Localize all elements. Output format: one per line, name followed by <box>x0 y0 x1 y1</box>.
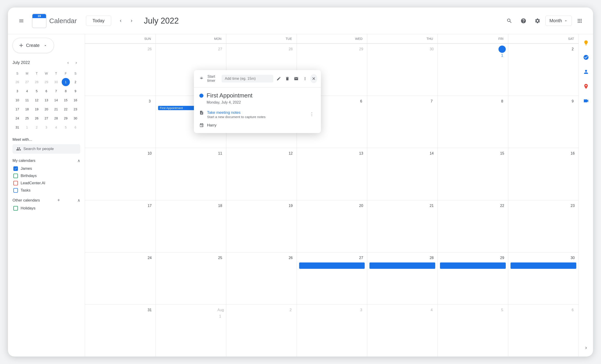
mini-cal-day[interactable]: 21 <box>51 105 61 114</box>
mini-cal-day[interactable]: 28 <box>51 114 61 123</box>
calendar-cell[interactable]: 21 <box>367 200 438 252</box>
calendar-checkbox[interactable] <box>13 181 18 185</box>
other-calendars-collapse[interactable]: ∧ <box>77 198 80 203</box>
calendar-cell[interactable]: 2 <box>226 305 297 356</box>
mini-cal-day[interactable]: 30 <box>70 114 80 123</box>
calendar-checkbox[interactable] <box>13 188 18 193</box>
mini-cal-day[interactable]: 9 <box>70 87 80 96</box>
event-bar[interactable] <box>511 263 576 269</box>
mini-cal-day[interactable]: 11 <box>22 96 32 105</box>
calendar-cell[interactable]: 16 <box>508 148 579 200</box>
mini-next-button[interactable]: › <box>72 59 80 67</box>
today-button[interactable]: Today <box>86 16 111 26</box>
mini-cal-day[interactable]: 29 <box>61 114 71 123</box>
mini-cal-day[interactable]: 10 <box>12 96 22 105</box>
event-bar[interactable] <box>370 263 435 269</box>
mini-cal-day[interactable]: 27 <box>22 78 32 87</box>
mini-cal-day[interactable]: 4 <box>51 123 61 132</box>
mini-cal-day[interactable]: 14 <box>51 96 61 105</box>
calendar-cell[interactable]: 25 <box>156 252 226 305</box>
calendar-cell[interactable]: 10 <box>85 148 156 200</box>
mini-cal-day[interactable]: 3 <box>41 123 51 132</box>
mini-cal-day[interactable]: 12 <box>32 96 41 105</box>
email-event-button[interactable] <box>293 74 300 83</box>
calendar-cell[interactable]: 29 <box>438 252 508 305</box>
my-calendar-item[interactable]: Tasks <box>12 187 80 194</box>
mini-cal-day[interactable]: 7 <box>51 87 61 96</box>
calendar-cell[interactable]: 28 <box>367 252 438 305</box>
my-calendar-item[interactable]: LeadCenter.AI <box>12 179 80 187</box>
calendar-cell[interactable]: 26 <box>226 252 297 305</box>
mini-cal-day[interactable]: 20 <box>41 105 51 114</box>
calendar-cell[interactable]: 4 <box>367 305 438 356</box>
calendar-cell[interactable]: 11 <box>156 148 226 200</box>
right-keep-notes-button[interactable] <box>581 38 591 48</box>
mini-cal-day[interactable]: 3 <box>12 87 22 96</box>
my-calendars-collapse[interactable]: ∧ <box>77 158 80 163</box>
calendar-cell[interactable]: 30 <box>367 43 438 96</box>
calendar-cell[interactable]: 24 <box>85 252 156 305</box>
calendar-cell[interactable]: 12 <box>226 148 297 200</box>
mini-cal-day[interactable]: 5 <box>61 123 71 132</box>
calendar-cell[interactable]: Jul 1 <box>438 43 508 96</box>
mini-cal-day[interactable]: 1 <box>61 78 71 87</box>
my-calendar-item[interactable]: James <box>12 165 80 172</box>
calendar-cell[interactable]: 2 <box>508 43 579 96</box>
calendar-cell[interactable]: Aug 1 <box>156 305 226 356</box>
calendar-cell[interactable]: 19 <box>226 200 297 252</box>
calendar-cell[interactable]: 31 <box>85 305 156 356</box>
calendar-cell[interactable]: 7 <box>367 96 438 148</box>
note-more-button[interactable]: ⋮ <box>308 110 315 118</box>
mini-cal-day[interactable]: 22 <box>61 105 71 114</box>
mini-cal-day[interactable]: 23 <box>70 105 80 114</box>
edit-event-button[interactable] <box>275 74 282 83</box>
my-calendar-item[interactable]: Birthdays <box>12 172 80 179</box>
calendar-cell[interactable]: 27 <box>297 252 367 305</box>
mini-cal-day[interactable]: 5 <box>32 87 41 96</box>
mini-cal-day[interactable]: 24 <box>12 114 22 123</box>
help-button[interactable] <box>517 15 530 27</box>
prev-month-button[interactable] <box>116 16 126 26</box>
google-apps-button[interactable] <box>573 15 586 27</box>
mini-cal-day[interactable]: 26 <box>12 78 22 87</box>
calendar-cell[interactable]: 3 <box>297 305 367 356</box>
event-bar[interactable] <box>299 263 365 269</box>
settings-button[interactable] <box>531 15 544 27</box>
hamburger-menu-button[interactable] <box>15 15 28 27</box>
people-search[interactable]: Search for people <box>12 144 80 154</box>
calendar-cell[interactable]: 9 <box>508 96 579 148</box>
calendar-cell[interactable]: 30 <box>508 252 579 305</box>
mini-cal-day[interactable]: 4 <box>22 87 32 96</box>
calendar-cell[interactable]: 22 <box>438 200 508 252</box>
add-time-input[interactable] <box>221 75 273 82</box>
close-popup-button[interactable]: ✕ <box>310 74 317 83</box>
mini-cal-day[interactable]: 18 <box>22 105 32 114</box>
calendar-checkbox[interactable] <box>13 174 18 178</box>
search-button[interactable] <box>503 15 515 27</box>
calendar-cell[interactable]: 23 <box>508 200 579 252</box>
mini-cal-day[interactable]: 27 <box>41 114 51 123</box>
calendar-cell[interactable]: 17 <box>85 200 156 252</box>
next-month-button[interactable] <box>127 16 137 26</box>
create-button[interactable]: + Create <box>12 38 54 53</box>
right-tasks-button[interactable] <box>581 52 591 62</box>
mini-cal-day[interactable]: 16 <box>70 96 80 105</box>
right-contacts-button[interactable] <box>581 67 591 77</box>
calendar-cell[interactable]: 6 <box>508 305 579 356</box>
right-maps-button[interactable] <box>581 81 591 91</box>
calendar-cell[interactable]: 18 <box>156 200 226 252</box>
right-sidebar-expand[interactable] <box>581 343 591 353</box>
mini-cal-day[interactable]: 26 <box>32 114 41 123</box>
calendar-cell[interactable]: 13 <box>297 148 367 200</box>
calendar-checkbox[interactable] <box>13 206 18 211</box>
more-options-button[interactable] <box>302 74 309 83</box>
start-timer-button[interactable]: Start timer <box>198 73 220 84</box>
mini-cal-day[interactable]: 2 <box>70 78 80 87</box>
calendar-cell[interactable]: 26 <box>85 43 156 96</box>
calendar-cell[interactable]: 20 <box>297 200 367 252</box>
mini-cal-day[interactable]: 15 <box>61 96 71 105</box>
view-dropdown-button[interactable]: Month <box>545 16 572 26</box>
calendar-cell[interactable]: 3 <box>85 96 156 148</box>
mini-cal-day[interactable]: 6 <box>41 87 51 96</box>
other-calendars-add[interactable]: + <box>57 198 60 203</box>
